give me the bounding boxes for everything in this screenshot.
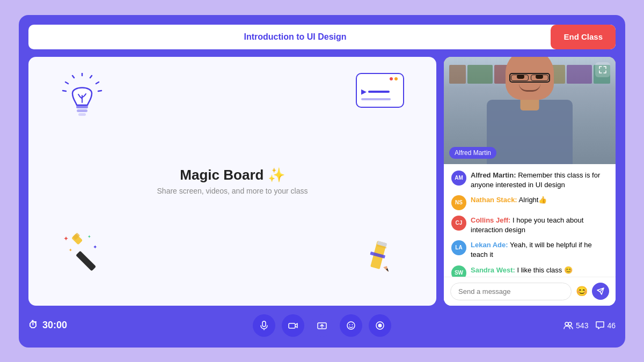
svg-line-5 (65, 82, 68, 84)
svg-point-29 (378, 323, 382, 327)
chat-avatar: SW (451, 265, 466, 277)
chat-sender: Collins Jeff: (471, 216, 510, 224)
svg-rect-21 (262, 321, 266, 327)
svg-line-2 (96, 82, 99, 84)
class-title-bar: Introduction to UI Design End Class (28, 25, 616, 49)
chat-area: AM Alfred Martin: Remember this class is… (444, 164, 616, 306)
chat-content: Sandra West: I like this class 😊 (471, 265, 608, 275)
chat-message: CJ Collins Jeff: I hope you teach about … (451, 216, 608, 235)
end-class-button[interactable]: End Class (551, 25, 616, 49)
chat-avatar: AM (451, 171, 466, 186)
chat-input[interactable] (450, 283, 572, 300)
svg-rect-14 (76, 250, 96, 271)
chat-avatar: LA (451, 240, 466, 255)
participants-count: 543 (576, 321, 588, 330)
emoji-reaction-button[interactable] (340, 314, 362, 337)
svg-point-31 (568, 322, 572, 326)
svg-line-1 (90, 76, 92, 78)
chat-count-icon (596, 321, 604, 329)
svg-text:✦: ✦ (93, 244, 97, 250)
main-container: Introduction to UI Design End Class (19, 15, 625, 348)
chat-sender: Alfred Martin: (471, 171, 516, 179)
timer: ⏱ 30:00 (28, 320, 67, 331)
teacher-name-badge: Alfred Martin (449, 147, 496, 159)
chat-text: Alright👍 (519, 196, 547, 204)
content-area: ▶ Magic Board ✨ Share screen, videos, an… (28, 57, 616, 306)
lightbulb-icon (61, 73, 104, 132)
svg-line-4 (72, 76, 74, 78)
svg-line-6 (63, 91, 66, 91)
svg-rect-23 (289, 323, 295, 328)
sidebar: Alfred Martin AM Alfred Martin: Remember… (444, 57, 616, 306)
terminal-icon: ▶ (356, 73, 404, 108)
whiteboard-title: Magic Board ✨ (157, 167, 308, 183)
chat-content: Alfred Martin: Remember this class is fo… (471, 171, 608, 190)
video-area: Alfred Martin (444, 57, 616, 164)
chat-message: NS Nathan Stack: Alright👍 (451, 195, 608, 210)
bottom-bar: ⏱ 30:00 (28, 313, 616, 338)
chat-message-count: 46 (607, 321, 616, 330)
controls (253, 314, 391, 337)
pencil-icon (367, 238, 404, 284)
timer-icon: ⏱ (28, 320, 38, 331)
top-bar: Introduction to UI Design End Class (28, 25, 616, 49)
camera-button[interactable] (282, 314, 304, 337)
svg-point-30 (565, 322, 568, 326)
participants-icon (564, 322, 573, 329)
chat-message: LA Lekan Ade: Yeah, it will be helpful i… (451, 240, 608, 260)
chat-avatar: CJ (451, 216, 466, 231)
chat-sender: Nathan Stack: (471, 196, 517, 204)
whiteboard-center: Magic Board ✨ Share screen, videos, and … (157, 167, 308, 195)
svg-rect-9 (78, 113, 86, 116)
emoji-button[interactable]: 😊 (576, 285, 588, 297)
timer-value: 30:00 (42, 320, 67, 331)
chat-input-area: 😊 (444, 277, 616, 306)
class-title: Introduction to UI Design (244, 32, 346, 41)
stats: 543 46 (564, 321, 616, 330)
svg-point-25 (347, 322, 355, 329)
expand-video-button[interactable] (595, 62, 610, 77)
participants-stat: 543 (564, 321, 588, 330)
chat-message: SW Sandra West: I like this class 😊 (451, 265, 608, 277)
svg-rect-8 (77, 109, 87, 112)
chat-content: Nathan Stack: Alright👍 (471, 195, 608, 205)
chat-sender: Sandra West: (471, 266, 515, 274)
svg-text:✦: ✦ (63, 235, 69, 242)
svg-point-27 (352, 324, 353, 325)
svg-rect-7 (76, 106, 88, 108)
wand-icon: ✦ ✦ ✦ ✦ (61, 233, 104, 284)
chat-content: Collins Jeff: I hope you teach about int… (471, 216, 608, 235)
whiteboard: ▶ Magic Board ✨ Share screen, videos, an… (28, 57, 436, 306)
chat-messages: AM Alfred Martin: Remember this class is… (444, 164, 616, 277)
svg-text:✦: ✦ (87, 234, 91, 239)
chat-text: I like this class 😊 (517, 266, 572, 274)
chat-sender: Lekan Ade: (471, 241, 508, 249)
whiteboard-subtitle: Share screen, videos, and more to your c… (157, 187, 308, 195)
svg-line-3 (98, 91, 101, 91)
chat-count-stat: 46 (596, 321, 616, 330)
svg-text:✦: ✦ (69, 248, 72, 253)
mic-button[interactable] (253, 314, 275, 337)
svg-point-26 (349, 324, 350, 325)
chat-content: Lekan Ade: Yeah, it will be helpful if h… (471, 240, 608, 260)
share-screen-button[interactable] (311, 314, 333, 337)
send-button[interactable] (592, 283, 609, 300)
chat-message: AM Alfred Martin: Remember this class is… (451, 171, 608, 190)
record-button[interactable] (369, 314, 391, 337)
chat-avatar: NS (451, 195, 466, 210)
